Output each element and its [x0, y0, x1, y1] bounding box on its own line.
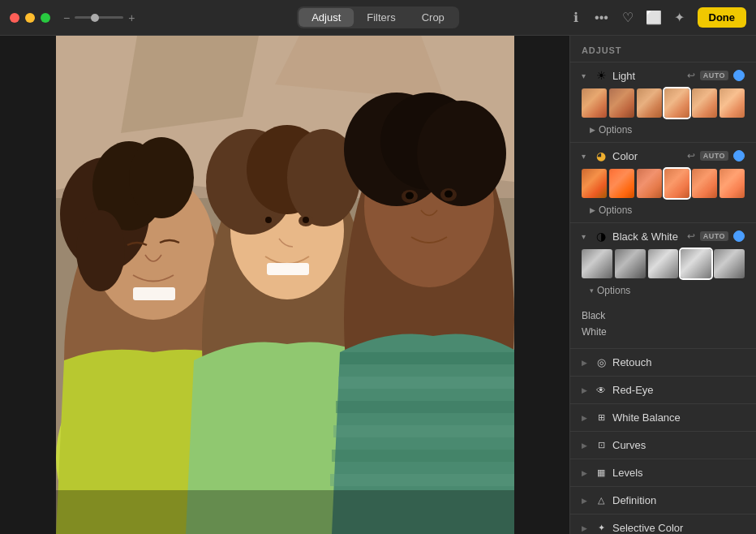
white-balance-icon: ⊞	[595, 412, 608, 423]
color-thumb-3[interactable]	[637, 169, 662, 198]
panel-title: ADJUST	[570, 36, 756, 62]
selective-color-icon: ✦	[595, 523, 608, 533]
section-color: ▾ ◕ Color ↩ AUTO ▶ Options	[570, 143, 756, 223]
zoom-slider[interactable]	[75, 16, 123, 19]
bw-thumbnails	[570, 248, 756, 283]
done-button[interactable]: Done	[698, 7, 747, 28]
zoom-minus-icon[interactable]: −	[63, 11, 70, 24]
heart-icon[interactable]: ♡	[620, 10, 636, 25]
svg-point-24	[303, 217, 309, 223]
section-levels[interactable]: ▶ ▦ Levels	[570, 459, 756, 487]
options-chevron-icon-2: ▶	[590, 206, 595, 214]
color-icon: ◕	[595, 149, 608, 162]
bw-options-label: Options	[597, 285, 630, 296]
section-color-actions: ↩ AUTO	[687, 150, 745, 161]
section-color-header[interactable]: ▾ ◕ Color ↩ AUTO	[570, 143, 756, 167]
light-thumbnails	[570, 87, 756, 123]
frame-icon[interactable]: ⬜	[646, 10, 662, 25]
section-curves[interactable]: ▶ ⊡ Curves	[570, 432, 756, 459]
light-options-row[interactable]: ▶ Options	[570, 123, 756, 142]
light-toggle[interactable]	[733, 70, 745, 81]
bw-auto-badge[interactable]: AUTO	[700, 231, 728, 241]
section-bw: ▾ ◑ Black & White ↩ AUTO ▾ Options	[570, 223, 756, 349]
bw-undo-icon[interactable]: ↩	[687, 230, 695, 242]
definition-icon: △	[595, 495, 608, 506]
bw-option-white: White	[582, 324, 745, 340]
chevron-right-icon-curves: ▶	[582, 441, 590, 450]
svg-point-6	[129, 137, 194, 218]
redeye-label: Red-Eye	[612, 384, 654, 396]
light-thumb-1[interactable]	[582, 88, 607, 118]
svg-point-23	[265, 217, 272, 223]
light-thumb-5[interactable]	[692, 88, 717, 118]
bw-option-black: Black	[582, 308, 745, 324]
tab-adjust[interactable]: Adjust	[299, 8, 354, 27]
color-auto-badge[interactable]: AUTO	[700, 151, 728, 161]
tab-crop[interactable]: Crop	[409, 8, 457, 27]
bw-thumb-4[interactable]	[681, 249, 711, 278]
color-thumb-1[interactable]	[582, 169, 607, 198]
light-thumb-6[interactable]	[719, 88, 745, 118]
chevron-down-icon-2: ▾	[582, 152, 590, 161]
bw-white-label: White	[582, 326, 607, 338]
svg-rect-29	[56, 490, 514, 534]
svg-rect-20	[267, 263, 309, 275]
levels-icon: ▦	[595, 467, 608, 478]
traffic-lights	[10, 13, 50, 23]
photo-container	[56, 36, 514, 534]
section-retouch[interactable]: ▶ ◎ Retouch	[570, 349, 756, 377]
color-options-row[interactable]: ▶ Options	[570, 203, 756, 222]
tab-filters[interactable]: Filters	[354, 8, 408, 27]
light-thumb-2[interactable]	[609, 88, 634, 118]
color-toggle[interactable]	[733, 150, 745, 161]
retouch-icon: ◎	[595, 356, 608, 368]
color-thumb-4[interactable]	[664, 169, 689, 198]
bw-options-row[interactable]: ▾ Options	[570, 283, 756, 303]
more-icon[interactable]: •••	[594, 11, 610, 25]
options-chevron-icon: ▶	[590, 126, 595, 134]
bw-toggle[interactable]	[733, 230, 745, 242]
close-button[interactable]	[10, 13, 19, 23]
bw-thumb-2[interactable]	[615, 249, 646, 278]
section-bw-actions: ↩ AUTO	[687, 230, 745, 242]
bw-thumb-5[interactable]	[714, 249, 745, 278]
titlebar: − + Adjust Filters Crop ℹ ••• ♡ ⬜ ✦ Done	[0, 0, 756, 36]
fullscreen-button[interactable]	[41, 13, 50, 23]
section-light-actions: ↩ AUTO	[687, 70, 745, 81]
definition-label: Definition	[612, 494, 656, 506]
curves-icon: ⊡	[595, 440, 608, 450]
bw-thumb-1[interactable]	[582, 249, 612, 278]
magic-icon[interactable]: ✦	[672, 10, 688, 25]
section-light: ▾ ☀ Light ↩ AUTO ▶ Options	[570, 62, 756, 143]
zoom-plus-icon[interactable]: +	[128, 11, 135, 24]
right-panel: ADJUST ▾ ☀ Light ↩ AUTO	[569, 36, 756, 534]
color-thumb-2[interactable]	[609, 169, 634, 198]
color-thumbnails	[570, 167, 756, 203]
color-options-label: Options	[599, 205, 632, 216]
bw-options-content: Black White	[570, 303, 756, 348]
bw-thumb-3[interactable]	[648, 249, 679, 278]
section-white-balance[interactable]: ▶ ⊞ White Balance	[570, 404, 756, 432]
section-definition[interactable]: ▶ △ Definition	[570, 487, 756, 515]
svg-point-7	[76, 210, 125, 291]
info-icon[interactable]: ℹ	[568, 10, 584, 25]
chevron-right-icon-sc: ▶	[582, 524, 590, 532]
chevron-down-icon-3: ▾	[582, 232, 590, 241]
chevron-right-icon-wb: ▶	[582, 414, 590, 422]
light-thumb-3[interactable]	[637, 88, 662, 118]
section-selective-color[interactable]: ▶ ✦ Selective Color	[570, 515, 756, 534]
section-light-header[interactable]: ▾ ☀ Light ↩ AUTO	[570, 62, 756, 87]
retouch-label: Retouch	[612, 356, 651, 368]
light-thumb-4[interactable]	[664, 88, 689, 118]
section-bw-header[interactable]: ▾ ◑ Black & White ↩ AUTO	[570, 223, 756, 248]
light-undo-icon[interactable]: ↩	[687, 70, 695, 81]
color-undo-icon[interactable]: ↩	[687, 150, 695, 161]
zoom-thumb	[91, 14, 99, 22]
color-thumb-5[interactable]	[692, 169, 717, 198]
minimize-button[interactable]	[25, 13, 35, 23]
bw-black-label: Black	[582, 310, 605, 321]
color-thumb-6[interactable]	[719, 169, 745, 198]
light-auto-badge[interactable]: AUTO	[700, 71, 728, 80]
section-redeye[interactable]: ▶ 👁 Red-Eye	[570, 377, 756, 404]
zoom-control: − +	[63, 11, 135, 24]
